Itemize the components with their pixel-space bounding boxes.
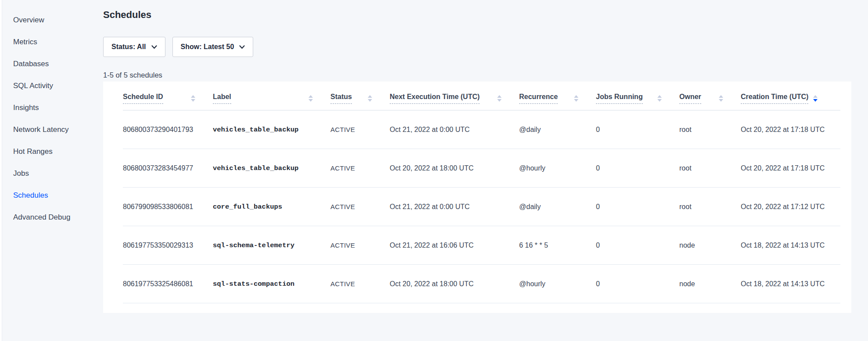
sidebar-item-schedules[interactable]: Schedules bbox=[13, 185, 103, 206]
jobs-running-cell: 0 bbox=[596, 226, 679, 265]
sidebar-item-advanced-debug[interactable]: Advanced Debug bbox=[13, 206, 103, 228]
schedule-id-cell: 806800373283454977 bbox=[123, 149, 213, 188]
label-cell: vehicles_table_backup bbox=[213, 149, 330, 188]
chevron-down-icon bbox=[239, 45, 245, 49]
creation-time-cell: Oct 20, 2022 at 17:12 UTC bbox=[741, 188, 835, 226]
column-header-next-execution-time-utc[interactable]: Next Execution Time (UTC) bbox=[390, 82, 519, 110]
show-filter-label: Show: Latest 50 bbox=[181, 43, 234, 51]
sort-icon[interactable] bbox=[574, 95, 578, 102]
recurrence-cell: @daily bbox=[519, 110, 596, 149]
status-filter-label: Status: All bbox=[111, 43, 146, 51]
column-header-jobs-running[interactable]: Jobs Running bbox=[596, 82, 679, 110]
column-label: Next Execution Time (UTC) bbox=[390, 93, 480, 104]
column-label: Recurrence bbox=[519, 93, 558, 104]
sidebar-item-insights[interactable]: Insights bbox=[13, 97, 103, 119]
schedules-page: OverviewMetricsDatabasesSQL ActivityInsi… bbox=[0, 0, 868, 341]
sort-icon[interactable] bbox=[368, 95, 372, 102]
chevron-down-icon bbox=[151, 45, 157, 49]
owner-cell: root bbox=[679, 188, 741, 226]
column-header-status[interactable]: Status bbox=[330, 82, 390, 110]
sort-icon[interactable] bbox=[191, 95, 195, 102]
table-row: 806799098533806081core_full_backupsACTIV… bbox=[123, 188, 840, 226]
status-cell: ACTIVE bbox=[330, 110, 390, 149]
row-spacer-cell bbox=[835, 149, 840, 188]
table-row: 806197753350029313sql-schema-telemetryAC… bbox=[123, 226, 840, 265]
table-body: 806800373290401793vehicles_table_backupA… bbox=[123, 110, 840, 303]
table-row: 806800373290401793vehicles_table_backupA… bbox=[123, 110, 840, 149]
owner-cell: root bbox=[679, 110, 741, 149]
column-header-spacer bbox=[835, 82, 840, 110]
next-execution-cell: Oct 21, 2022 at 16:06 UTC bbox=[390, 226, 519, 265]
table-header-row: Schedule IDLabelStatusNext Execution Tim… bbox=[123, 82, 840, 110]
status-cell: ACTIVE bbox=[330, 188, 390, 226]
status-cell: ACTIVE bbox=[330, 265, 390, 303]
jobs-running-cell: 0 bbox=[596, 265, 679, 303]
sort-icon[interactable] bbox=[308, 95, 313, 102]
owner-cell: node bbox=[679, 226, 741, 265]
jobs-running-cell: 0 bbox=[596, 188, 679, 226]
column-label: Schedule ID bbox=[123, 93, 163, 104]
window-edge bbox=[0, 0, 2, 341]
column-label: Owner bbox=[679, 93, 701, 104]
recurrence-cell: @daily bbox=[519, 188, 596, 226]
show-filter-dropdown[interactable]: Show: Latest 50 bbox=[172, 37, 254, 57]
label-cell: core_full_backups bbox=[213, 188, 330, 226]
filter-bar: Status: All Show: Latest 50 bbox=[103, 37, 868, 57]
jobs-running-cell: 0 bbox=[596, 110, 679, 149]
sidebar-item-sql-activity[interactable]: SQL Activity bbox=[13, 75, 103, 97]
recurrence-cell: @hourly bbox=[519, 265, 596, 303]
schedule-id-cell: 806197753325486081 bbox=[123, 265, 213, 303]
schedules-table: Schedule IDLabelStatusNext Execution Tim… bbox=[123, 82, 840, 303]
next-execution-cell: Oct 20, 2022 at 18:00 UTC bbox=[390, 265, 519, 303]
column-header-recurrence[interactable]: Recurrence bbox=[519, 82, 596, 110]
sidebar-item-metrics[interactable]: Metrics bbox=[13, 31, 103, 53]
creation-time-cell: Oct 20, 2022 at 17:18 UTC bbox=[741, 110, 835, 149]
label-cell: sql-stats-compaction bbox=[213, 265, 330, 303]
recurrence-cell: 6 16 * * 5 bbox=[519, 226, 596, 265]
next-execution-cell: Oct 20, 2022 at 18:00 UTC bbox=[390, 149, 519, 188]
column-header-owner[interactable]: Owner bbox=[679, 82, 741, 110]
column-label: Label bbox=[213, 93, 231, 104]
column-header-label[interactable]: Label bbox=[213, 82, 330, 110]
label-cell: vehicles_table_backup bbox=[213, 110, 330, 149]
row-spacer-cell bbox=[835, 265, 840, 303]
next-execution-cell: Oct 21, 2022 at 0:00 UTC bbox=[390, 110, 519, 149]
creation-time-cell: Oct 18, 2022 at 14:13 UTC bbox=[741, 226, 835, 265]
table-row: 806197753325486081sql-stats-compactionAC… bbox=[123, 265, 840, 303]
sort-icon[interactable] bbox=[497, 95, 502, 102]
sort-icon[interactable] bbox=[719, 95, 723, 102]
status-cell: ACTIVE bbox=[330, 226, 390, 265]
sidebar-item-overview[interactable]: Overview bbox=[13, 9, 103, 31]
results-count: 1-5 of 5 schedules bbox=[103, 71, 868, 79]
next-execution-cell: Oct 21, 2022 at 0:00 UTC bbox=[390, 188, 519, 226]
sidebar-item-databases[interactable]: Databases bbox=[13, 53, 103, 75]
creation-time-cell: Oct 18, 2022 at 14:13 UTC bbox=[741, 265, 835, 303]
column-label: Status bbox=[330, 93, 352, 104]
page-title: Schedules bbox=[103, 9, 868, 21]
schedule-id-cell: 806197753350029313 bbox=[123, 226, 213, 265]
row-spacer-cell bbox=[835, 110, 840, 149]
owner-cell: node bbox=[679, 265, 741, 303]
sort-icon[interactable] bbox=[657, 95, 662, 102]
column-label: Creation Time (UTC) bbox=[741, 93, 808, 104]
sidebar-item-jobs[interactable]: Jobs bbox=[13, 163, 103, 185]
table-row: 806800373283454977vehicles_table_backupA… bbox=[123, 149, 840, 188]
row-spacer-cell bbox=[835, 188, 840, 226]
jobs-running-cell: 0 bbox=[596, 149, 679, 188]
schedule-id-cell: 806799098533806081 bbox=[123, 188, 213, 226]
sidebar-item-hot-ranges[interactable]: Hot Ranges bbox=[13, 141, 103, 163]
column-label: Jobs Running bbox=[596, 93, 643, 104]
status-cell: ACTIVE bbox=[330, 149, 390, 188]
row-spacer-cell bbox=[835, 226, 840, 265]
sort-icon[interactable] bbox=[813, 95, 818, 102]
owner-cell: root bbox=[679, 149, 741, 188]
column-header-creation-time-utc[interactable]: Creation Time (UTC) bbox=[741, 82, 835, 110]
main-content: Schedules Status: All Show: Latest 50 1-… bbox=[103, 0, 868, 341]
status-filter-dropdown[interactable]: Status: All bbox=[103, 37, 165, 57]
label-cell: sql-schema-telemetry bbox=[213, 226, 330, 265]
schedules-table-card: Schedule IDLabelStatusNext Execution Tim… bbox=[103, 82, 851, 313]
column-header-schedule-id[interactable]: Schedule ID bbox=[123, 82, 213, 110]
creation-time-cell: Oct 20, 2022 at 17:18 UTC bbox=[741, 149, 835, 188]
sidebar-item-network-latency[interactable]: Network Latency bbox=[13, 119, 103, 141]
recurrence-cell: @hourly bbox=[519, 149, 596, 188]
